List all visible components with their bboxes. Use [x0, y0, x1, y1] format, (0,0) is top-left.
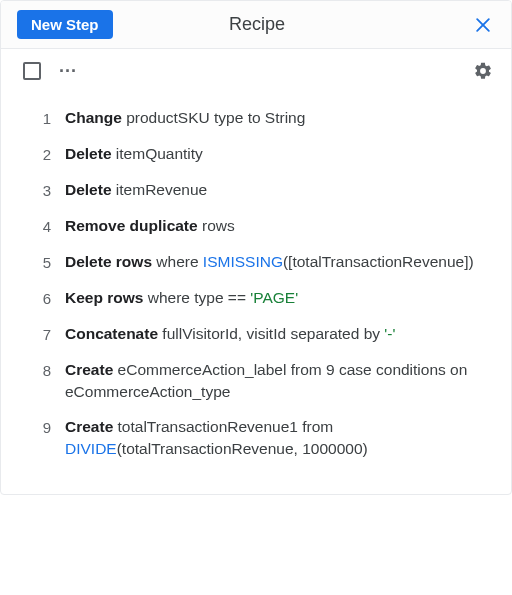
recipe-step[interactable]: 4Remove duplicate rows	[21, 215, 491, 237]
recipe-steps-list: 1Change productSKU type to String2Delete…	[1, 87, 511, 494]
step-number: 5	[21, 251, 65, 273]
more-icon[interactable]: ···	[59, 62, 77, 80]
recipe-toolbar: ···	[1, 49, 511, 87]
recipe-panel: New Step Recipe ··· 1Change productSKU t…	[0, 0, 512, 495]
recipe-step[interactable]: 1Change productSKU type to String	[21, 107, 491, 129]
step-description: Remove duplicate rows	[65, 215, 491, 237]
panel-header: New Step Recipe	[1, 1, 511, 49]
recipe-step[interactable]: 8Create eCommerceAction_label from 9 cas…	[21, 359, 491, 402]
step-number: 6	[21, 287, 65, 309]
step-description: Concatenate fullVisitorId, visitId separ…	[65, 323, 491, 345]
step-description: Keep rows where type == 'PAGE'	[65, 287, 491, 309]
step-number: 4	[21, 215, 65, 237]
close-icon[interactable]	[469, 11, 497, 39]
gear-icon[interactable]	[471, 59, 495, 83]
step-description: Create totalTransactionRevenue1 from DIV…	[65, 416, 491, 459]
step-description: Change productSKU type to String	[65, 107, 491, 129]
new-step-button[interactable]: New Step	[17, 10, 113, 39]
step-description: Delete itemQuantity	[65, 143, 491, 165]
step-number: 8	[21, 359, 65, 381]
recipe-step[interactable]: 5Delete rows where ISMISSING([totalTrans…	[21, 251, 491, 273]
recipe-step[interactable]: 2Delete itemQuantity	[21, 143, 491, 165]
step-description: Delete itemRevenue	[65, 179, 491, 201]
recipe-step[interactable]: 7Concatenate fullVisitorId, visitId sepa…	[21, 323, 491, 345]
step-number: 3	[21, 179, 65, 201]
recipe-step[interactable]: 9Create totalTransactionRevenue1 from DI…	[21, 416, 491, 459]
recipe-step[interactable]: 6Keep rows where type == 'PAGE'	[21, 287, 491, 309]
select-all-checkbox[interactable]	[23, 62, 41, 80]
step-number: 1	[21, 107, 65, 129]
step-number: 2	[21, 143, 65, 165]
step-description: Delete rows where ISMISSING([totalTransa…	[65, 251, 491, 273]
step-description: Create eCommerceAction_label from 9 case…	[65, 359, 491, 402]
step-number: 9	[21, 416, 65, 438]
step-number: 7	[21, 323, 65, 345]
recipe-step[interactable]: 3Delete itemRevenue	[21, 179, 491, 201]
